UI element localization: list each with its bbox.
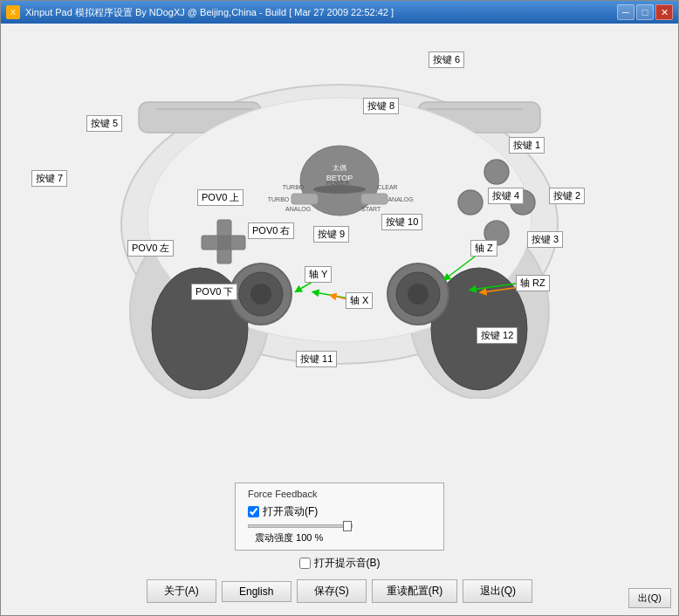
label-key3[interactable]: 按键 3 xyxy=(527,231,563,248)
svg-point-29 xyxy=(408,284,429,305)
about-button[interactable]: 关于(A) xyxy=(147,579,216,603)
svg-text:TURBO: TURBO xyxy=(283,184,305,190)
svg-rect-23 xyxy=(217,236,231,250)
title-bar: X Xinput Pad 模拟程序设置 By NDogXJ @ Beijing,… xyxy=(1,1,678,24)
label-key1[interactable]: 按键 1 xyxy=(509,137,545,154)
save-button[interactable]: 保存(S) xyxy=(297,579,367,603)
label-axis-z[interactable]: 轴 Z xyxy=(470,240,497,257)
vibration-label[interactable]: 打开震动(F) xyxy=(263,504,318,519)
exit-small-button[interactable]: 出(Q) xyxy=(628,588,671,608)
label-key7[interactable]: 按键 7 xyxy=(31,170,67,187)
label-key2[interactable]: 按键 2 xyxy=(549,188,585,204)
maximize-button[interactable]: □ xyxy=(636,4,654,20)
label-key8[interactable]: 按键 8 xyxy=(363,98,399,114)
hint-row: 打开提示音(B) xyxy=(15,556,664,571)
svg-text:POWER: POWER xyxy=(326,180,349,186)
label-pov-right[interactable]: POV0 右 xyxy=(248,222,294,239)
label-pov-down[interactable]: POV0 下 xyxy=(191,284,237,300)
vibration-row: 打开震动(F) xyxy=(248,504,431,519)
vibration-slider-track xyxy=(248,524,353,528)
label-axis-x[interactable]: 轴 X xyxy=(346,292,373,309)
buttons-row: 关于(A) English 保存(S) 重读配置(R) 退出(Q) xyxy=(15,579,664,603)
label-key11[interactable]: 按键 11 xyxy=(296,351,337,367)
quit-button[interactable]: 退出(Q) xyxy=(463,579,532,603)
label-key10[interactable]: 按键 10 xyxy=(381,214,422,230)
svg-text:TURBO: TURBO xyxy=(268,196,290,202)
force-feedback-legend: Force Feedback xyxy=(248,489,431,499)
window-controls: ─ □ ✕ xyxy=(617,4,673,20)
label-key12[interactable]: 按键 12 xyxy=(477,327,518,344)
english-button[interactable]: English xyxy=(222,581,291,602)
svg-point-11 xyxy=(313,185,366,194)
label-key9[interactable]: 按键 9 xyxy=(313,226,349,243)
svg-text:ANALOG: ANALOG xyxy=(285,206,311,212)
reload-button[interactable]: 重读配置(R) xyxy=(372,579,458,603)
close-button[interactable]: ✕ xyxy=(655,4,673,20)
svg-text:START: START xyxy=(361,206,381,212)
svg-text:CLEAR: CLEAR xyxy=(377,184,397,190)
main-window: X Xinput Pad 模拟程序设置 By NDogXJ @ Beijing,… xyxy=(0,0,679,616)
strength-label: 震动强度 100 % xyxy=(255,531,431,544)
svg-rect-13 xyxy=(361,194,388,204)
label-key5[interactable]: 按键 5 xyxy=(86,115,122,132)
window-title: Xinput Pad 模拟程序设置 By NDogXJ @ Beijing,Ch… xyxy=(25,6,617,19)
minimize-button[interactable]: ─ xyxy=(617,4,634,20)
svg-point-30 xyxy=(484,160,509,184)
content-area: 太偶 BETOP TURBO TURBO CLEAR ANALOG POWER … xyxy=(1,24,678,615)
hint-checkbox[interactable] xyxy=(299,558,311,569)
label-pov-left[interactable]: POV0 左 xyxy=(127,240,174,257)
vibration-slider-thumb[interactable] xyxy=(343,521,352,531)
vibration-checkbox[interactable] xyxy=(248,506,259,517)
svg-point-26 xyxy=(250,284,271,305)
label-axis-y[interactable]: 轴 Y xyxy=(305,266,332,283)
label-pov-up[interactable]: POV0 上 xyxy=(197,189,243,206)
bottom-panel: Force Feedback 打开震动(F) 震动强度 100 % xyxy=(1,476,678,615)
gamepad-svg: 太偶 BETOP TURBO TURBO CLEAR ANALOG POWER … xyxy=(69,32,610,399)
svg-text:太偶: 太偶 xyxy=(333,164,346,172)
app-icon: X xyxy=(6,5,20,19)
svg-point-33 xyxy=(458,190,483,215)
hint-label[interactable]: 打开提示音(B) xyxy=(314,556,381,571)
slider-row xyxy=(248,524,431,528)
svg-rect-12 xyxy=(291,194,318,204)
label-axis-rz[interactable]: 轴 RZ xyxy=(516,275,550,291)
label-key6[interactable]: 按键 6 xyxy=(429,51,464,68)
label-key4[interactable]: 按键 4 xyxy=(488,188,524,204)
svg-text:ANALOG: ANALOG xyxy=(388,196,413,202)
